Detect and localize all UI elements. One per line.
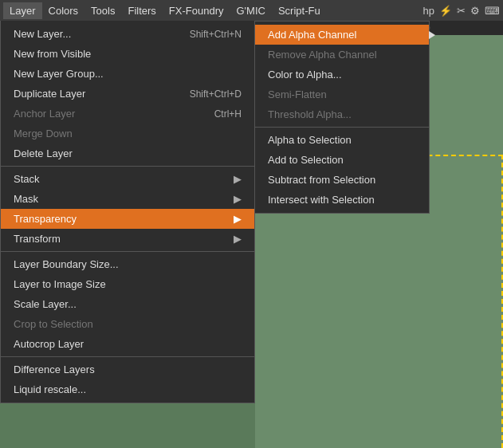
menu-item-layer-to-image-size[interactable]: Layer to Image Size: [1, 274, 254, 294]
difference-layers-label: Difference Layers: [14, 364, 95, 375]
menubar: Layer Colors Tools Filters FX-Foundry G'…: [0, 0, 503, 21]
menu-item-new-from-visible[interactable]: New from Visible: [1, 44, 254, 64]
menu-item-merge-down: Merge Down: [1, 124, 254, 143]
menu-item-new-layer-group[interactable]: New Layer Group...: [1, 64, 254, 84]
submenu-item-alpha-to-selection[interactable]: Alpha to Selection: [255, 130, 429, 150]
transparency-submenu: Add Alpha Channel Remove Alpha Channel C…: [254, 21, 430, 214]
threshold-alpha-label: Threshold Alpha...: [268, 108, 352, 120]
menubar-icons: hp ⚡ ✂ ⚙ ⌨: [423, 5, 500, 17]
submenu-item-add-alpha-channel[interactable]: Add Alpha Channel: [255, 25, 429, 45]
transform-arrow-icon: ▶: [234, 233, 242, 245]
subtract-from-selection-label: Subtract from Selection: [268, 174, 375, 186]
crop-to-selection-label: Crop to Selection: [14, 318, 93, 330]
cursor-pointer-icon: [429, 31, 435, 39]
anchor-layer-shortcut: Ctrl+H: [214, 108, 242, 120]
menubar-item-tools[interactable]: Tools: [84, 2, 121, 19]
menubar-item-fxfoundry[interactable]: FX-Foundry: [163, 2, 230, 19]
menu-item-autocrop-layer[interactable]: Autocrop Layer: [1, 334, 254, 354]
duplicate-layer-label: Duplicate Layer: [14, 88, 85, 100]
add-alpha-channel-label: Add Alpha Channel: [268, 29, 356, 41]
keyboard-icon: ⌨: [485, 5, 500, 17]
transparency-label: Transparency: [14, 213, 77, 225]
menubar-item-layer[interactable]: Layer: [3, 2, 42, 19]
new-from-visible-label: New from Visible: [14, 48, 91, 60]
menu-item-layer-boundary-size[interactable]: Layer Boundary Size...: [1, 254, 254, 274]
menu-item-crop-to-selection: Crop to Selection: [1, 314, 254, 334]
menu-item-scale-layer[interactable]: Scale Layer...: [1, 294, 254, 314]
stack-arrow-icon: ▶: [234, 173, 242, 185]
menu-item-delete-layer[interactable]: Delete Layer: [1, 143, 254, 163]
transparency-arrow-icon: ▶: [234, 213, 242, 225]
separator-1: [1, 166, 254, 167]
submenu-separator-1: [255, 127, 429, 128]
new-layer-shortcut: Shift+Ctrl+N: [190, 29, 242, 40]
autocrop-layer-label: Autocrop Layer: [14, 338, 84, 350]
separator-3: [1, 356, 254, 357]
submenu-item-subtract-from-selection[interactable]: Subtract from Selection: [255, 170, 429, 190]
remove-alpha-channel-label: Remove Alpha Channel: [268, 49, 377, 61]
anchor-layer-label: Anchor Layer: [14, 108, 75, 120]
menubar-item-scriptfu[interactable]: Script-Fu: [272, 2, 327, 19]
menu-item-difference-layers[interactable]: Difference Layers: [1, 360, 254, 379]
scissors-icon: ✂: [457, 5, 466, 17]
submenu-item-remove-alpha-channel: Remove Alpha Channel: [255, 45, 429, 65]
add-to-selection-label: Add to Selection: [268, 154, 344, 166]
menu-item-mask[interactable]: Mask ▶: [1, 189, 254, 209]
mask-arrow-icon: ▶: [234, 193, 242, 205]
mask-label: Mask: [14, 193, 38, 205]
submenu-item-intersect-with-selection[interactable]: Intersect with Selection: [255, 190, 429, 210]
menubar-item-gmic[interactable]: G'MIC: [230, 2, 272, 19]
alpha-to-selection-label: Alpha to Selection: [268, 134, 352, 146]
menu-item-anchor-layer: Anchor Layer Ctrl+H: [1, 104, 254, 124]
menu-item-stack[interactable]: Stack ▶: [1, 169, 254, 189]
settings-icon: ⚙: [470, 5, 480, 17]
semi-flatten-label: Semi-Flatten: [268, 88, 327, 100]
menu-item-duplicate-layer[interactable]: Duplicate Layer Shift+Ctrl+D: [1, 84, 254, 104]
submenu-item-semi-flatten: Semi-Flatten: [255, 84, 429, 104]
color-to-alpha-label: Color to Alpha...: [268, 69, 342, 81]
layer-dropdown-menu: New Layer... Shift+Ctrl+N New from Visib…: [0, 21, 255, 403]
menu-item-liquid-rescale[interactable]: Liquid rescale...: [1, 379, 254, 399]
menubar-item-colors[interactable]: Colors: [42, 2, 85, 19]
layer-to-image-size-label: Layer to Image Size: [14, 278, 106, 290]
menu-item-transparency[interactable]: Transparency ▶: [1, 209, 254, 229]
transform-label: Transform: [14, 233, 61, 245]
stack-label: Stack: [14, 173, 40, 185]
submenu-item-color-to-alpha[interactable]: Color to Alpha...: [255, 65, 429, 84]
layer-boundary-size-label: Layer Boundary Size...: [14, 258, 119, 270]
menubar-item-filters[interactable]: Filters: [121, 2, 162, 19]
liquid-rescale-label: Liquid rescale...: [14, 383, 86, 395]
merge-down-label: Merge Down: [14, 128, 73, 140]
plugin-icon: ⚡: [439, 5, 452, 17]
delete-layer-label: Delete Layer: [14, 147, 73, 159]
menu-item-transform[interactable]: Transform ▶: [1, 229, 254, 249]
intersect-with-selection-label: Intersect with Selection: [268, 194, 375, 206]
menu-item-new-layer[interactable]: New Layer... Shift+Ctrl+N: [1, 24, 254, 44]
scale-layer-label: Scale Layer...: [14, 298, 77, 310]
separator-2: [1, 251, 254, 252]
hp-icon: hp: [423, 5, 434, 17]
new-layer-group-label: New Layer Group...: [14, 68, 104, 80]
submenu-item-threshold-alpha: Threshold Alpha...: [255, 104, 429, 124]
new-layer-label: New Layer...: [14, 28, 71, 40]
duplicate-layer-shortcut: Shift+Ctrl+D: [190, 88, 242, 100]
submenu-item-add-to-selection[interactable]: Add to Selection: [255, 150, 429, 170]
